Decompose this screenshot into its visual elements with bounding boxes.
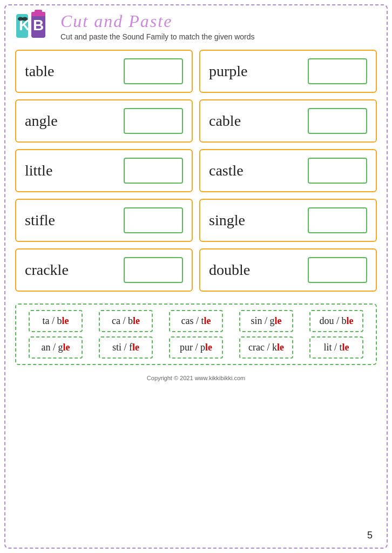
word-card-angle: angle [15,99,193,143]
word-card-stifle: stifle [15,199,193,242]
word-label: crackle [25,261,69,279]
svg-rect-8 [35,10,42,13]
cut-row-1: ta / ble ca / ble cas / tle sin / gle do… [21,310,371,332]
copyright-text: Copyright © 2021 www.kikkibikki.com [147,375,245,381]
page-number: 5 [367,530,373,541]
cut-item-stifle[interactable]: sti / fle [99,336,153,359]
word-label: double [209,261,250,279]
cut-item-purple[interactable]: pur / ple [169,336,223,359]
cut-item-castle[interactable]: cas / tle [169,310,223,332]
cut-item-cable[interactable]: ca / ble [99,310,153,332]
answer-box-little[interactable] [124,158,183,184]
word-card-crackle: crackle [15,248,193,292]
answer-box-table[interactable] [124,58,183,84]
answer-box-crackle[interactable] [124,257,183,283]
word-label: single [209,212,245,229]
cut-item-little[interactable]: lit / tle [309,336,363,359]
word-label: table [25,63,54,80]
word-label: angle [25,112,58,130]
cut-item-table[interactable]: ta / ble [29,310,83,332]
header: K B Cut and Paste Cut and paste the Soun… [15,10,377,42]
word-label: little [25,162,52,179]
cut-item-double[interactable]: dou / ble [309,310,363,332]
word-card-single: single [199,199,377,242]
header-text: Cut and Paste Cut and paste the Sound Fa… [60,11,255,41]
answer-box-double[interactable] [308,257,367,283]
word-card-purple: purple [199,50,377,93]
word-card-table: table [15,50,193,93]
word-card-castle: castle [199,149,377,192]
answer-box-single[interactable] [308,207,367,233]
page-subtitle: Cut and paste the Sound Family to match … [60,32,255,41]
cut-section: ta / ble ca / ble cas / tle sin / gle do… [15,304,377,365]
footer: Copyright © 2021 www.kikkibikki.com [15,375,377,381]
cut-row-2: an / gle sti / fle pur / ple crac / kle … [21,336,371,359]
word-label: stifle [25,212,55,229]
svg-text:B: B [33,17,44,33]
cut-item-single[interactable]: sin / gle [239,310,293,332]
cut-item-angle[interactable]: an / gle [29,336,83,359]
logo: K B [15,10,53,42]
word-label: castle [209,162,244,179]
answer-box-stifle[interactable] [124,207,183,233]
answer-box-angle[interactable] [124,108,183,134]
answer-box-castle[interactable] [308,158,367,184]
word-label: purple [209,63,248,80]
cut-item-crackle[interactable]: crac / kle [239,336,293,359]
word-grid: table purple angle cable little castle s… [15,50,377,292]
word-card-cable: cable [199,99,377,143]
answer-box-cable[interactable] [308,108,367,134]
word-card-little: little [15,149,193,192]
word-label: cable [209,112,241,130]
page-title: Cut and Paste [60,11,172,31]
answer-box-purple[interactable] [308,58,367,84]
word-card-double: double [199,248,377,292]
